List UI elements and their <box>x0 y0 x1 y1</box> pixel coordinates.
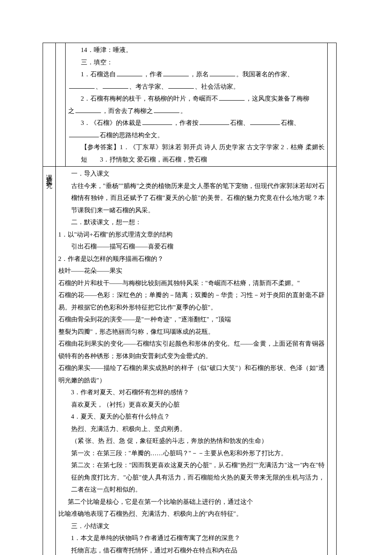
fill-1-e: 、 <box>95 83 102 90</box>
fill-1: 1．石榴选自，作者，原名。我国著名的作家、 <box>68 68 325 81</box>
q2-seq: 枝叶——花朵——果实 <box>58 265 325 277</box>
blank <box>168 82 194 89</box>
blank <box>69 82 95 89</box>
bud-to-flower-2: 整裂为四瓣"，形态艳丽而匀称，像红玛瑙琢成的花瓶。 <box>58 326 325 338</box>
fill-2: 2．石榴有梅树的枝干，有杨柳的叶片，奇崛而不，这风度实兼备了梅柳 <box>68 92 325 105</box>
second-time: 第二次：在第七段："因而我更喜欢这夏天的心脏"，从石榴"热烈""充满活力"这一"… <box>58 459 325 496</box>
main-content: 一．导入课文 古往今来，"垂杨""腊梅"之类的植物历来是文人墨客的笔下宠物，但现… <box>56 167 328 555</box>
fill-1-c: ，原名 <box>190 71 209 78</box>
fill-3-line2: 石榴的思路结构全文。 <box>68 129 325 142</box>
blank <box>69 130 99 137</box>
core-metaphor-1: 第二个比喻是核心，它是在第一个比喻的基础上进行的，通过这个 <box>58 496 325 508</box>
blank <box>210 69 235 76</box>
core-metaphor-2: 比喻准确地表现了石榴热烈、充满活力、积极向上的"内在特征"。 <box>58 508 325 520</box>
summary-ans-1: 托物言志，借石榴寄托情怀，通过对石榴外在特点和内在品 <box>58 544 325 555</box>
document-table: 14．唾津：唾液。 三．填空： 1．石榴选自，作者，原名。我国著名的作家、 、、… <box>43 43 337 555</box>
sec-2-title: 二．默读课文，想一想： <box>58 216 325 228</box>
bud-to-flower-1: 石榴由骨朵到花的演变——是"一种奇迹"，"逐渐翻红"，"顶端 <box>58 313 325 326</box>
q1: 1．以"动词+石榴"的形式理清文章的结构 <box>58 228 325 241</box>
leaf-branch: 石榴的叶片和枝干——与梅柳比较刻画其独特风采："奇崛而不枯瘠，清新而不柔媚。" <box>58 277 325 289</box>
top-right-cell <box>328 43 337 167</box>
section-3-title: 三．填空： <box>68 56 325 69</box>
q4-note: （紧 张、热 烈、急 促，象征旺盛的斗志，奔放的热情和勃发的生命） <box>58 435 325 447</box>
fill-1-b: ，作者 <box>143 71 162 78</box>
fill-2-b: ，这风度实兼备了梅柳 <box>245 95 309 102</box>
sec-1-title: 一．导入课文 <box>58 168 325 180</box>
fill-3-b: ，作者按 <box>173 119 199 126</box>
blank <box>154 106 179 113</box>
top-content-cell: 14．唾津：唾液。 三．填空： 1．石榴选自，作者，原名。我国著名的作家、 、、… <box>65 43 328 167</box>
blank <box>199 118 229 125</box>
top-left-cell-1 <box>43 43 56 167</box>
left-label-cell: 课堂探究 <box>43 167 56 555</box>
fill-3-a: 3．《石榴》的体裁是 <box>81 119 142 126</box>
fill-2-d: ，而舍去了梅柳之 <box>102 107 153 114</box>
blank <box>103 82 128 89</box>
q3: 3．作者对夏天、对石榴怀有怎样的感情？ <box>58 386 325 399</box>
fill-3-c: 石榴、 <box>230 119 249 126</box>
top-content: 14．唾津：唾液。 三．填空： 1．石榴选自，作者，原名。我国著名的作家、 、、… <box>66 43 328 166</box>
flower-to-fruit: 石榴由花到果实的变化——石榴结实引起颜色和形体的变化。红——金黄，上面还留有青铜… <box>58 338 325 362</box>
q1-ans: 引出石榴——描写石榴——喜爱石榴 <box>58 240 325 253</box>
blank <box>117 69 142 76</box>
first-time: 第一次：在第三段："单瓣的……心脏吗？"－－主要从色彩和外形了打比方。 <box>58 447 325 460</box>
left-label: 课堂探究 <box>43 167 55 182</box>
q4-ans: 热烈、充满活力、积极向上、坚贞刚勇。 <box>58 423 325 435</box>
intro-para: 古往今来，"垂杨""腊梅"之类的植物历来是文人墨客的笔下宠物，但现代作家郭沫若却… <box>58 180 325 217</box>
fill-3-d: 石榴、 <box>281 119 300 126</box>
fill-2-a: 2．石榴有梅树的枝干，有杨柳的叶片，奇崛而不 <box>81 95 219 102</box>
main-right-cell <box>328 167 337 555</box>
q2: 2．作者是以怎样的顺序描画石榴的？ <box>58 253 325 265</box>
fill-1-g: 、社会活动家。 <box>195 83 239 90</box>
fruit: 石榴的果实——描绘了石榴的果实成熟时的样子（似"破口大笑"）和石榴的形状、色泽（… <box>58 362 325 386</box>
blank <box>250 118 280 125</box>
blank <box>142 118 172 125</box>
q4: 4．夏天、夏天的心脏有什么特点？ <box>58 410 325 423</box>
q3-ans: 喜欢夏天，（衬托）更喜欢夏天的心脏 <box>58 399 325 411</box>
sec-3-title: 三．小结课文 <box>58 520 325 532</box>
blank <box>219 94 245 101</box>
fill-2-line2: 之，而舍去了梅柳之。 <box>68 105 325 117</box>
fill-3: 3．《石榴》的体裁是，作者按石榴、石榴、 <box>68 117 325 129</box>
flower: 石榴的花——色彩：深红色的；单瓣的－陆离；双瓣的－华贵；习性－对于炎阳的直射毫不… <box>58 289 325 313</box>
blank <box>163 69 189 76</box>
summary-q1: 1．本文是单纯的状物吗？作者通过石榴寄寓了怎样的深意？ <box>58 532 325 544</box>
fill-3-e: 石榴的思路结构全文。 <box>100 132 164 139</box>
page: 14．唾津：唾液。 三．填空： 1．石榴选自，作者，原名。我国著名的作家、 、、… <box>0 0 392 555</box>
fill-2-c: 之 <box>68 107 75 114</box>
fill-1-line2: 、、考古学家、、社会活动家。 <box>68 81 325 93</box>
blank <box>75 106 101 113</box>
fill-1-d: 。我国著名的作家、 <box>236 71 294 78</box>
main-content-cell: 一．导入课文 古往今来，"垂杨""腊梅"之类的植物历来是文人墨客的笔下宠物，但现… <box>55 167 328 555</box>
fill-2-e: 。 <box>180 107 187 114</box>
fill-1-a: 1．石榴选自 <box>81 71 116 78</box>
line-14: 14．唾津：唾液。 <box>68 44 325 56</box>
top-left-cell-2 <box>55 43 65 167</box>
fill-1-f: 、考古学家、 <box>129 83 167 90</box>
answers: 【参考答案】1．《丁东草》郭沫若 郭开贞 诗人 历史学家 古文字学家 2．枯瘠 … <box>68 141 325 165</box>
